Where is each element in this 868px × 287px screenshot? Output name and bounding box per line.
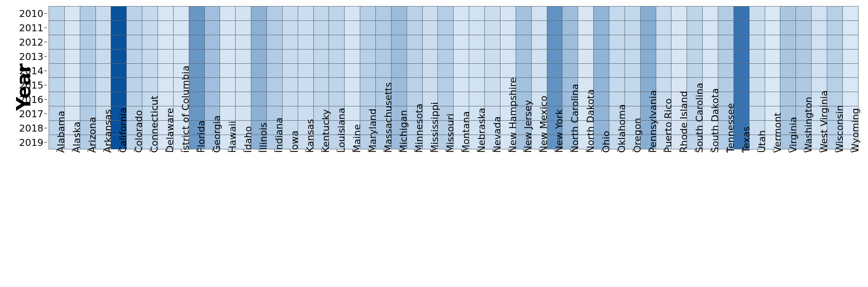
x-tick-label: Utah — [756, 130, 767, 153]
heatmap-cell — [765, 49, 780, 63]
heatmap-cell — [158, 20, 174, 35]
heatmap-cell — [485, 78, 500, 92]
heatmap-cell — [562, 49, 578, 63]
heatmap-cell — [298, 63, 313, 78]
x-tick-label: Florida — [195, 120, 206, 153]
heatmap-cell — [251, 35, 267, 49]
heatmap-cell — [718, 20, 733, 35]
x-tick-label: Tennessee — [725, 103, 736, 153]
heatmap-cell — [485, 35, 500, 49]
heatmap-cell — [656, 63, 671, 78]
heatmap-cell — [329, 35, 345, 49]
x-tick-label: Texas — [740, 126, 751, 153]
heatmap-cell — [345, 92, 360, 106]
heatmap-cell — [127, 20, 142, 35]
heatmap-cell — [703, 49, 718, 63]
heatmap-cell — [827, 35, 842, 49]
x-tick-label: Mississippi — [429, 102, 440, 153]
heatmap-cell — [267, 92, 283, 106]
x-tick-label: Nebraska — [476, 108, 487, 153]
heatmap-cell — [189, 49, 204, 63]
heatmap-cell — [469, 20, 485, 35]
x-tick-label: Illinois — [258, 122, 269, 153]
heatmap-cell — [313, 7, 329, 21]
heatmap-cell — [360, 35, 376, 49]
heatmap-cell — [765, 20, 780, 35]
heatmap-cell — [609, 49, 625, 63]
heatmap-cell — [500, 7, 516, 21]
heatmap-cell — [360, 20, 376, 35]
heatmap-cell — [407, 49, 422, 63]
x-tick-label: Kentucky — [320, 109, 331, 153]
x-tick-label: South Carolina — [694, 83, 705, 153]
x-tick-label: Puerto Rico — [663, 99, 674, 153]
heatmap-cell — [485, 7, 500, 21]
heatmap-cell — [345, 20, 360, 35]
heatmap-cell — [282, 7, 298, 21]
heatmap-cell — [469, 49, 485, 63]
heatmap-cell — [49, 92, 65, 106]
heatmap-cell — [376, 7, 391, 21]
heatmap-cell — [842, 92, 858, 106]
heatmap-cell — [454, 20, 469, 35]
heatmap-cell — [49, 20, 65, 35]
heatmap-cell — [80, 20, 95, 35]
heatmap-cell — [236, 20, 251, 35]
heatmap-cell — [703, 63, 718, 78]
heatmap-cell — [220, 78, 236, 92]
x-tick-label: Montana — [460, 111, 471, 153]
heatmap-cell — [656, 7, 671, 21]
heatmap-cell — [547, 63, 562, 78]
y-tick-label: 2019 — [19, 137, 43, 148]
heatmap-cell — [267, 49, 283, 63]
heatmap-cell — [236, 49, 251, 63]
heatmap-cell — [469, 63, 485, 78]
heatmap-cell — [500, 20, 516, 35]
heatmap-cell — [733, 92, 749, 106]
heatmap-cell — [220, 35, 236, 49]
heatmap-cell — [780, 92, 796, 106]
heatmap-cell — [671, 49, 687, 63]
heatmap-cell — [765, 63, 780, 78]
heatmap-cell — [64, 35, 80, 49]
heatmap-cell — [640, 35, 656, 49]
heatmap-cell — [718, 78, 733, 92]
heatmap-cell — [189, 20, 204, 35]
heatmap-cell — [236, 35, 251, 49]
heatmap-cell — [204, 35, 220, 49]
heatmap-cell — [64, 92, 80, 106]
heatmap-cell — [749, 63, 765, 78]
heatmap-cell — [780, 49, 796, 63]
heatmap-cell — [516, 49, 531, 63]
heatmap-cell — [671, 78, 687, 92]
heatmap-cell — [204, 78, 220, 92]
heatmap-cell — [80, 7, 95, 21]
heatmap-cell — [531, 20, 547, 35]
heatmap-cell — [500, 35, 516, 49]
heatmap-cell — [142, 35, 158, 49]
heatmap-cell — [656, 20, 671, 35]
heatmap-cell — [142, 49, 158, 63]
heatmap-cell — [625, 78, 640, 92]
heatmap-cell — [454, 7, 469, 21]
heatmap-cell — [625, 35, 640, 49]
heatmap-cell — [329, 92, 345, 106]
heatmap-cell — [313, 63, 329, 78]
heatmap-cell — [298, 78, 313, 92]
heatmap-cell — [329, 20, 345, 35]
heatmap-cell — [562, 35, 578, 49]
heatmap-cell — [282, 78, 298, 92]
heatmap-cell — [158, 78, 174, 92]
heatmap-cell — [376, 35, 391, 49]
x-tick-label: New York — [554, 109, 565, 153]
heatmap-cell — [49, 35, 65, 49]
heatmap-cell — [236, 7, 251, 21]
heatmap-cell — [640, 49, 656, 63]
heatmap-cell — [407, 20, 422, 35]
heatmap-cell — [49, 49, 65, 63]
heatmap-cell — [251, 63, 267, 78]
heatmap-cell — [251, 20, 267, 35]
heatmap-cell — [516, 20, 531, 35]
heatmap-cell — [158, 63, 174, 78]
heatmap-cell — [282, 20, 298, 35]
